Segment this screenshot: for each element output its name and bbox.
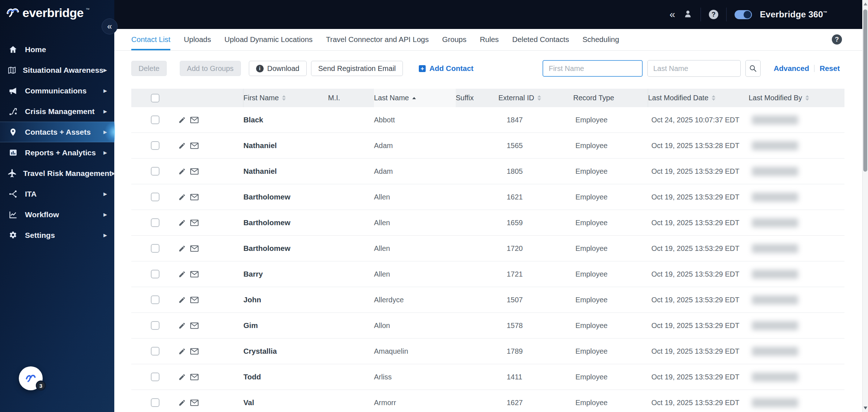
edit-pencil-icon[interactable] — [178, 168, 186, 175]
advanced-search-link[interactable]: Advanced — [774, 64, 809, 73]
table-row[interactable]: Nathaniel Adam 1805 Employee Oct 19, 202… — [131, 159, 844, 184]
table-row[interactable]: Val Armorr 1627 Employee Oct 19, 2025 13… — [131, 390, 844, 412]
edit-pencil-icon[interactable] — [178, 270, 186, 278]
edit-pencil-icon[interactable] — [178, 193, 186, 201]
column-header-suffix[interactable]: Suffix — [456, 89, 498, 107]
scroll-down-arrow-icon[interactable] — [864, 407, 867, 409]
first-name-search-input[interactable] — [542, 60, 643, 77]
row-checkbox[interactable] — [151, 373, 159, 381]
table-row[interactable]: Crystallia Amaquelin 1789 Employee Oct 1… — [131, 339, 844, 364]
tab-travel-connector-and-api-logs[interactable]: Travel Connector and API Logs — [326, 29, 429, 50]
send-email-icon[interactable] — [190, 142, 199, 150]
send-registration-email-button[interactable]: Send Registration Email — [311, 61, 403, 76]
tab-scheduling[interactable]: Scheduling — [582, 29, 619, 50]
row-checkbox[interactable] — [151, 321, 159, 330]
tab-contact-list[interactable]: Contact List — [131, 29, 170, 50]
scroll-up-arrow-icon[interactable] — [864, 3, 867, 5]
assistant-fab-button[interactable]: 3 — [19, 366, 43, 390]
column-header-last-name[interactable]: Last Name — [374, 89, 456, 107]
delete-button[interactable]: Delete — [131, 61, 167, 76]
last-modified-by-cell — [749, 115, 844, 125]
table-row[interactable]: John Allerdyce 1507 Employee Oct 19, 202… — [131, 287, 844, 313]
tab-upload-dynamic-locations[interactable]: Upload Dynamic Locations — [224, 29, 312, 50]
sidebar-item-reports-analytics[interactable]: Reports + Analytics ▶ — [0, 142, 114, 163]
edit-pencil-icon[interactable] — [178, 348, 186, 355]
last-name-search-input[interactable] — [647, 60, 741, 77]
sidebar-collapse-button[interactable]: « — [102, 18, 118, 34]
vertical-scrollbar[interactable] — [862, 0, 868, 412]
last-modified-by-cell — [749, 218, 844, 227]
edit-pencil-icon[interactable] — [178, 245, 186, 252]
sidebar-item-communications[interactable]: Communications ▶ — [0, 80, 114, 101]
send-email-icon[interactable] — [190, 399, 199, 407]
send-email-icon[interactable] — [190, 219, 199, 227]
help-icon[interactable]: ? — [709, 10, 718, 19]
send-email-icon[interactable] — [190, 348, 199, 355]
tab-groups[interactable]: Groups — [442, 29, 466, 50]
send-email-icon[interactable] — [190, 373, 199, 381]
table-row[interactable]: Todd Arliss 1411 Employee Oct 19, 2025 1… — [131, 364, 844, 390]
send-email-icon[interactable] — [190, 193, 199, 201]
page-help-icon[interactable]: ? — [832, 34, 842, 45]
row-checkbox[interactable] — [151, 193, 159, 201]
sidebar-item-settings[interactable]: Settings ▶ — [0, 225, 114, 245]
column-header-last-modified-by[interactable]: Last Modified By — [749, 89, 844, 107]
column-header-record-type[interactable]: Record Type — [573, 89, 648, 107]
sidebar-item-situational-awareness[interactable]: Situational Awareness ▶ — [0, 60, 114, 80]
table-row[interactable]: Nathaniel Adam 1565 Employee Oct 19, 202… — [131, 133, 844, 159]
table-row[interactable]: Bartholomew Allen 1621 Employee Oct 19, … — [131, 184, 844, 210]
row-checkbox[interactable] — [151, 115, 159, 124]
edit-pencil-icon[interactable] — [178, 296, 186, 304]
edit-pencil-icon[interactable] — [178, 322, 186, 329]
select-all-checkbox[interactable] — [151, 94, 159, 102]
column-header-first-name[interactable]: First Name — [243, 89, 328, 107]
sidebar-item-ita[interactable]: ITA ▶ — [0, 184, 114, 204]
table-row[interactable]: Barry Allen 1721 Employee Oct 19, 2025 1… — [131, 261, 844, 287]
search-button[interactable] — [745, 60, 761, 77]
scrollbar-thumb[interactable] — [863, 9, 867, 172]
tab-deleted-contacts[interactable]: Deleted Contacts — [512, 29, 569, 50]
notification-badge: 3 — [36, 381, 46, 391]
row-checkbox[interactable] — [151, 218, 159, 227]
column-header-last-modified-date[interactable]: Last Modified Date — [648, 89, 749, 107]
send-email-icon[interactable] — [190, 245, 199, 252]
everbridge-360-toggle[interactable] — [735, 10, 752, 19]
user-icon[interactable] — [683, 9, 693, 20]
table-row[interactable]: Gim Allon 1578 Employee Oct 19, 2025 13:… — [131, 313, 844, 339]
row-checkbox[interactable] — [151, 167, 159, 176]
sidebar-item-workflow[interactable]: Workflow ▶ — [0, 204, 114, 225]
sidebar-item-home[interactable]: Home ▶ — [0, 39, 114, 60]
sidebar-item-travel-risk-management[interactable]: Travel Risk Management ▶ — [0, 163, 114, 184]
column-header-external-id[interactable]: External ID — [498, 89, 573, 107]
row-checkbox[interactable] — [151, 347, 159, 356]
row-checkbox[interactable] — [151, 295, 159, 304]
send-email-icon[interactable] — [190, 116, 199, 124]
edit-pencil-icon[interactable] — [178, 142, 186, 150]
download-button[interactable]: i Download — [249, 61, 307, 76]
sidebar-item-contacts-assets[interactable]: Contacts + Assets ▶ — [0, 122, 114, 142]
first-name-cell: Nathaniel — [243, 141, 328, 150]
edit-pencil-icon[interactable] — [178, 399, 186, 407]
send-email-icon[interactable] — [190, 322, 199, 329]
row-checkbox[interactable] — [151, 141, 159, 150]
tab-uploads[interactable]: Uploads — [184, 29, 211, 50]
send-email-icon[interactable] — [190, 270, 199, 278]
send-email-icon[interactable] — [190, 168, 199, 175]
collapse-double-chevron-icon[interactable]: « — [669, 9, 675, 20]
row-checkbox[interactable] — [151, 244, 159, 253]
add-contact-button[interactable]: + Add Contact — [419, 64, 473, 73]
table-row[interactable]: Bartholomew Allen 1720 Employee Oct 19, … — [131, 236, 844, 261]
send-email-icon[interactable] — [190, 296, 199, 304]
column-header-m-i-[interactable]: M.I. — [328, 89, 374, 107]
table-row[interactable]: Black Abbott 1847 Employee Oct 24, 2025 … — [131, 107, 844, 133]
sidebar-item-crisis-management[interactable]: Crisis Management ▶ — [0, 101, 114, 122]
table-row[interactable]: Bartholomew Allen 1659 Employee Oct 19, … — [131, 210, 844, 236]
row-checkbox[interactable] — [151, 398, 159, 407]
edit-pencil-icon[interactable] — [178, 373, 186, 381]
reset-link[interactable]: Reset — [820, 64, 840, 73]
tab-rules[interactable]: Rules — [480, 29, 499, 50]
edit-pencil-icon[interactable] — [178, 219, 186, 227]
row-checkbox[interactable] — [151, 270, 159, 278]
edit-pencil-icon[interactable] — [178, 116, 186, 124]
add-to-groups-button[interactable]: Add to Groups — [180, 61, 241, 76]
